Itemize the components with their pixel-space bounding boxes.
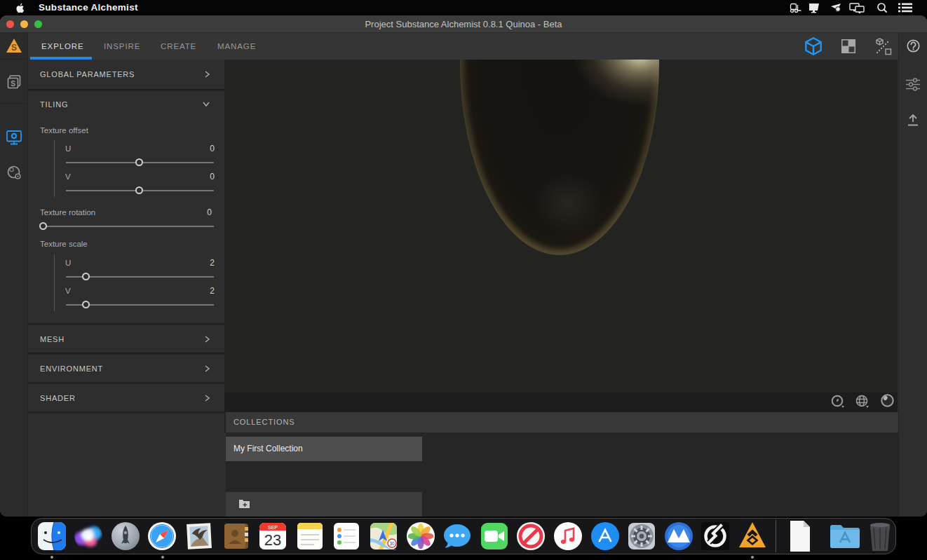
svg-text:23: 23	[264, 531, 281, 549]
svg-text:S: S	[11, 80, 15, 88]
svg-text:SEP: SEP	[268, 525, 278, 530]
svg-text:S: S	[11, 43, 17, 53]
svg-text:30: 30	[389, 541, 395, 546]
